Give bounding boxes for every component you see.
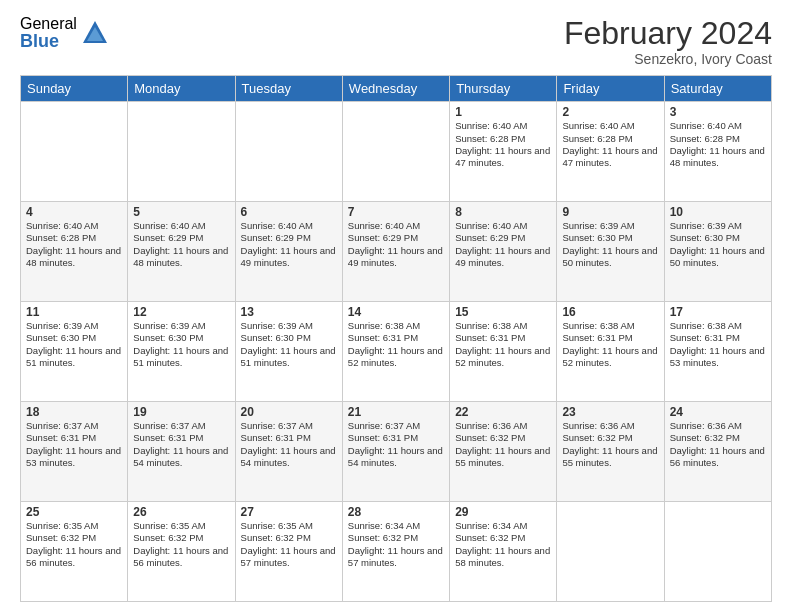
day-number: 5 (133, 205, 229, 219)
day-info: Sunrise: 6:37 AM Sunset: 6:31 PM Dayligh… (26, 420, 122, 469)
day-number: 8 (455, 205, 551, 219)
day-info: Sunrise: 6:39 AM Sunset: 6:30 PM Dayligh… (670, 220, 766, 269)
calendar-header-row: SundayMondayTuesdayWednesdayThursdayFrid… (21, 76, 772, 102)
calendar-cell: 5Sunrise: 6:40 AM Sunset: 6:29 PM Daylig… (128, 202, 235, 302)
day-number: 18 (26, 405, 122, 419)
day-number: 7 (348, 205, 444, 219)
day-info: Sunrise: 6:40 AM Sunset: 6:28 PM Dayligh… (26, 220, 122, 269)
calendar-cell: 28Sunrise: 6:34 AM Sunset: 6:32 PM Dayli… (342, 502, 449, 602)
calendar-week-row: 25Sunrise: 6:35 AM Sunset: 6:32 PM Dayli… (21, 502, 772, 602)
day-info: Sunrise: 6:39 AM Sunset: 6:30 PM Dayligh… (241, 320, 337, 369)
calendar-cell: 12Sunrise: 6:39 AM Sunset: 6:30 PM Dayli… (128, 302, 235, 402)
day-number: 6 (241, 205, 337, 219)
calendar-cell: 10Sunrise: 6:39 AM Sunset: 6:30 PM Dayli… (664, 202, 771, 302)
day-number: 15 (455, 305, 551, 319)
main-title: February 2024 (564, 16, 772, 51)
calendar-week-row: 1Sunrise: 6:40 AM Sunset: 6:28 PM Daylig… (21, 102, 772, 202)
day-header: Saturday (664, 76, 771, 102)
day-info: Sunrise: 6:38 AM Sunset: 6:31 PM Dayligh… (562, 320, 658, 369)
day-number: 10 (670, 205, 766, 219)
day-info: Sunrise: 6:40 AM Sunset: 6:29 PM Dayligh… (133, 220, 229, 269)
calendar-cell (21, 102, 128, 202)
calendar-week-row: 18Sunrise: 6:37 AM Sunset: 6:31 PM Dayli… (21, 402, 772, 502)
day-header: Tuesday (235, 76, 342, 102)
calendar-cell: 22Sunrise: 6:36 AM Sunset: 6:32 PM Dayli… (450, 402, 557, 502)
day-info: Sunrise: 6:36 AM Sunset: 6:32 PM Dayligh… (670, 420, 766, 469)
calendar-cell: 8Sunrise: 6:40 AM Sunset: 6:29 PM Daylig… (450, 202, 557, 302)
day-header: Sunday (21, 76, 128, 102)
calendar-cell: 23Sunrise: 6:36 AM Sunset: 6:32 PM Dayli… (557, 402, 664, 502)
logo: General Blue (20, 16, 109, 50)
day-info: Sunrise: 6:35 AM Sunset: 6:32 PM Dayligh… (133, 520, 229, 569)
day-number: 23 (562, 405, 658, 419)
day-number: 13 (241, 305, 337, 319)
calendar-cell: 9Sunrise: 6:39 AM Sunset: 6:30 PM Daylig… (557, 202, 664, 302)
day-number: 28 (348, 505, 444, 519)
calendar-cell: 13Sunrise: 6:39 AM Sunset: 6:30 PM Dayli… (235, 302, 342, 402)
calendar-cell: 19Sunrise: 6:37 AM Sunset: 6:31 PM Dayli… (128, 402, 235, 502)
day-info: Sunrise: 6:40 AM Sunset: 6:28 PM Dayligh… (670, 120, 766, 169)
calendar-cell: 20Sunrise: 6:37 AM Sunset: 6:31 PM Dayli… (235, 402, 342, 502)
day-number: 2 (562, 105, 658, 119)
page: General Blue February 2024 Senzekro, Ivo… (0, 0, 792, 612)
day-number: 3 (670, 105, 766, 119)
day-header: Wednesday (342, 76, 449, 102)
day-number: 24 (670, 405, 766, 419)
calendar-cell: 7Sunrise: 6:40 AM Sunset: 6:29 PM Daylig… (342, 202, 449, 302)
calendar-cell (128, 102, 235, 202)
calendar-cell: 2Sunrise: 6:40 AM Sunset: 6:28 PM Daylig… (557, 102, 664, 202)
day-number: 21 (348, 405, 444, 419)
calendar-cell: 6Sunrise: 6:40 AM Sunset: 6:29 PM Daylig… (235, 202, 342, 302)
day-number: 22 (455, 405, 551, 419)
day-number: 17 (670, 305, 766, 319)
day-number: 1 (455, 105, 551, 119)
day-info: Sunrise: 6:37 AM Sunset: 6:31 PM Dayligh… (348, 420, 444, 469)
day-info: Sunrise: 6:40 AM Sunset: 6:29 PM Dayligh… (455, 220, 551, 269)
logo-general: General (20, 16, 77, 32)
day-number: 20 (241, 405, 337, 419)
day-info: Sunrise: 6:38 AM Sunset: 6:31 PM Dayligh… (670, 320, 766, 369)
calendar-week-row: 4Sunrise: 6:40 AM Sunset: 6:28 PM Daylig… (21, 202, 772, 302)
day-info: Sunrise: 6:34 AM Sunset: 6:32 PM Dayligh… (455, 520, 551, 569)
calendar-cell: 4Sunrise: 6:40 AM Sunset: 6:28 PM Daylig… (21, 202, 128, 302)
calendar-cell: 27Sunrise: 6:35 AM Sunset: 6:32 PM Dayli… (235, 502, 342, 602)
day-info: Sunrise: 6:40 AM Sunset: 6:28 PM Dayligh… (455, 120, 551, 169)
calendar-cell: 17Sunrise: 6:38 AM Sunset: 6:31 PM Dayli… (664, 302, 771, 402)
logo-blue: Blue (20, 32, 77, 50)
day-number: 12 (133, 305, 229, 319)
calendar-cell (664, 502, 771, 602)
logo-text: General Blue (20, 16, 77, 50)
calendar-cell (342, 102, 449, 202)
calendar-cell (235, 102, 342, 202)
calendar-cell: 14Sunrise: 6:38 AM Sunset: 6:31 PM Dayli… (342, 302, 449, 402)
day-info: Sunrise: 6:39 AM Sunset: 6:30 PM Dayligh… (562, 220, 658, 269)
calendar-week-row: 11Sunrise: 6:39 AM Sunset: 6:30 PM Dayli… (21, 302, 772, 402)
day-info: Sunrise: 6:34 AM Sunset: 6:32 PM Dayligh… (348, 520, 444, 569)
calendar-cell: 15Sunrise: 6:38 AM Sunset: 6:31 PM Dayli… (450, 302, 557, 402)
calendar-cell: 24Sunrise: 6:36 AM Sunset: 6:32 PM Dayli… (664, 402, 771, 502)
day-info: Sunrise: 6:40 AM Sunset: 6:28 PM Dayligh… (562, 120, 658, 169)
day-info: Sunrise: 6:37 AM Sunset: 6:31 PM Dayligh… (241, 420, 337, 469)
day-header: Friday (557, 76, 664, 102)
day-info: Sunrise: 6:35 AM Sunset: 6:32 PM Dayligh… (26, 520, 122, 569)
calendar-cell: 26Sunrise: 6:35 AM Sunset: 6:32 PM Dayli… (128, 502, 235, 602)
day-number: 27 (241, 505, 337, 519)
calendar-cell: 16Sunrise: 6:38 AM Sunset: 6:31 PM Dayli… (557, 302, 664, 402)
day-number: 25 (26, 505, 122, 519)
day-info: Sunrise: 6:38 AM Sunset: 6:31 PM Dayligh… (455, 320, 551, 369)
day-info: Sunrise: 6:38 AM Sunset: 6:31 PM Dayligh… (348, 320, 444, 369)
day-info: Sunrise: 6:39 AM Sunset: 6:30 PM Dayligh… (133, 320, 229, 369)
day-info: Sunrise: 6:39 AM Sunset: 6:30 PM Dayligh… (26, 320, 122, 369)
day-info: Sunrise: 6:35 AM Sunset: 6:32 PM Dayligh… (241, 520, 337, 569)
day-info: Sunrise: 6:40 AM Sunset: 6:29 PM Dayligh… (241, 220, 337, 269)
calendar-cell: 18Sunrise: 6:37 AM Sunset: 6:31 PM Dayli… (21, 402, 128, 502)
day-number: 9 (562, 205, 658, 219)
day-header: Thursday (450, 76, 557, 102)
title-section: February 2024 Senzekro, Ivory Coast (564, 16, 772, 67)
calendar-cell: 25Sunrise: 6:35 AM Sunset: 6:32 PM Dayli… (21, 502, 128, 602)
day-number: 26 (133, 505, 229, 519)
day-number: 11 (26, 305, 122, 319)
calendar-cell: 3Sunrise: 6:40 AM Sunset: 6:28 PM Daylig… (664, 102, 771, 202)
day-number: 4 (26, 205, 122, 219)
calendar-cell: 11Sunrise: 6:39 AM Sunset: 6:30 PM Dayli… (21, 302, 128, 402)
